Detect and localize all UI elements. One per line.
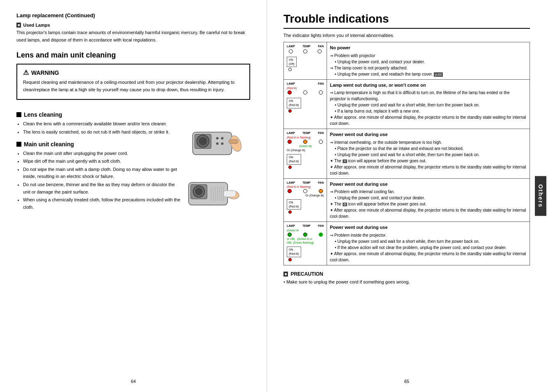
indicator-cell-4: LAMP TEMP FAN (Red lit or flashing) Or (… xyxy=(284,178,327,222)
list-item: Do not use benzene, thinner and the like… xyxy=(23,181,180,196)
main-unit-cleaning-heading: Main unit cleaning xyxy=(16,141,180,148)
desc-cell-3: Power went out during use ⇒ Internal ove… xyxy=(327,129,530,179)
svg-rect-5 xyxy=(229,140,238,144)
indicator-diagram-2: LAMP FAN (Red lit) ON(Red lit) xyxy=(287,82,324,114)
indicator-cell-2: LAMP FAN (Red lit) ON(Red lit) xyxy=(284,79,327,129)
warning-icon: ⚠ xyxy=(23,69,29,76)
projector-illustrations xyxy=(184,123,250,213)
desc-cell-1: No power ⇒ Problem with projector • Unpl… xyxy=(327,42,530,80)
warning-box: ⚠ WARNING Request cleaning and maintenan… xyxy=(16,64,250,100)
precaution-box: ■ PRECAUTION • Make sure to unplug the p… xyxy=(283,271,530,286)
page-number-left: 64 xyxy=(131,379,136,384)
desc-cell-5: Power went out during use ⇒ Problem insi… xyxy=(327,222,530,265)
table-row: LAMP TEMP FAN (Red lit or flashing) (Gre… xyxy=(284,129,530,179)
warning-text: Request cleaning and maintenance of a ce… xyxy=(23,79,244,93)
list-item: The lens is easily scratched, so do not … xyxy=(23,129,180,136)
table-row: LAMP TEMP FAN ON(Off) No xyxy=(284,42,530,80)
indicator-cell-1: LAMP TEMP FAN ON(Off) xyxy=(284,42,327,80)
list-item: When using a chemically treated cloth, f… xyxy=(23,196,180,211)
desc-cell-4: Power went out during use ⇒ Problem with… xyxy=(327,178,530,222)
svg-point-6 xyxy=(216,137,219,140)
page-number-right: 65 xyxy=(404,379,409,384)
svg-point-8 xyxy=(216,143,219,145)
precaution-header: ■ PRECAUTION xyxy=(283,271,530,277)
black-square-icon xyxy=(16,112,21,117)
left-content: Lens cleaning Clean the lens with a comm… xyxy=(16,106,250,213)
used-lamps-text: This projector's lamps contain trace amo… xyxy=(16,29,250,44)
others-tab: Others xyxy=(535,176,546,216)
indicator-diagram-4: LAMP TEMP FAN (Red lit or flashing) Or (… xyxy=(287,181,324,215)
warning-header: ⚠ WARNING xyxy=(23,69,244,76)
table-row: LAMP FAN (Red lit) ON(Red lit) xyxy=(284,79,530,129)
trouble-table: LAMP TEMP FAN ON(Off) No xyxy=(283,42,530,265)
precaution-icon: ■ xyxy=(283,272,288,277)
indicator-diagram-1: LAMP TEMP FAN ON(Off) xyxy=(287,44,324,73)
main-unit-cleaning-illustration xyxy=(184,174,242,213)
trouble-title: Trouble indications xyxy=(283,12,530,29)
used-lamps-header: ■ Used Lamps xyxy=(16,23,250,28)
lens-cleaning-list: Clean the lens with a commercially avail… xyxy=(23,120,180,136)
lens-cleaning-illustration xyxy=(184,123,242,162)
list-item: Wipe dirt off the main unit gently with … xyxy=(23,158,180,165)
svg-point-13 xyxy=(195,188,203,195)
black-square-icon xyxy=(16,142,21,147)
svg-point-7 xyxy=(221,137,223,140)
trouble-subtitle: The indicator lights inform you of inter… xyxy=(283,33,530,38)
table-row: LAMP TEMP FAN (Green lit or Off) (Green … xyxy=(284,222,530,265)
indicator-cell-5: LAMP TEMP FAN (Green lit or Off) (Green … xyxy=(284,222,327,265)
svg-point-3 xyxy=(199,137,207,145)
main-unit-cleaning-list: Clean the main unit after unplugging the… xyxy=(23,150,180,211)
indicator-diagram-3: LAMP TEMP FAN (Red lit or flashing) (Gre… xyxy=(287,131,324,170)
left-text: Lens cleaning Clean the lens with a comm… xyxy=(16,106,180,213)
table-row: LAMP TEMP FAN (Red lit or flashing) Or (… xyxy=(284,178,530,222)
lens-main-title: Lens and main unit cleaning xyxy=(16,51,250,60)
right-page: Trouble indications The indicator lights… xyxy=(267,0,546,392)
doc-icon: ■ xyxy=(16,23,21,28)
lens-cleaning-heading: Lens cleaning xyxy=(16,111,180,118)
desc-cell-2: Lamp went out during use, or won't come … xyxy=(327,79,530,129)
svg-point-9 xyxy=(221,143,223,145)
svg-rect-15 xyxy=(223,191,236,197)
list-item: Do not wipe the main unit with a damp cl… xyxy=(23,166,180,180)
indicator-diagram-5: LAMP TEMP FAN (Green lit or Off) (Green … xyxy=(287,224,324,263)
precaution-text: • Make sure to unplug the power cord if … xyxy=(283,279,530,286)
lamp-replacement-title: Lamp replacement (Continued) xyxy=(16,12,250,18)
list-item: Clean the main unit after unplugging the… xyxy=(23,150,180,157)
list-item: Clean the lens with a commercially avail… xyxy=(23,120,180,128)
indicator-cell-3: LAMP TEMP FAN (Red lit or flashing) (Gre… xyxy=(284,129,327,179)
left-page: Lamp replacement (Continued) ■ Used Lamp… xyxy=(0,0,267,392)
